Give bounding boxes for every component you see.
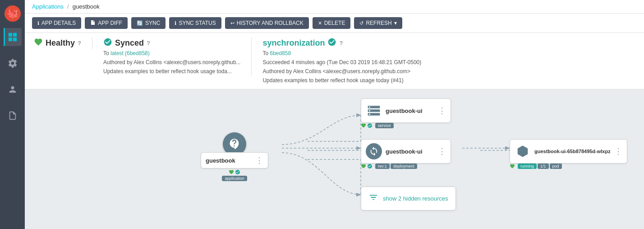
sync-status-button[interactable]: ℹ SYNC STATUS [169,17,221,29]
sync-label: Synced [115,38,144,48]
deploy-icon [366,143,382,159]
guestbook-ui-service-node[interactable]: guestbook-ui ⋮ [361,98,451,123]
sync-detail-message: Updates examples to better reflect hook … [262,76,421,84]
hidden-resources-label: show 2 hidden resources [383,195,448,202]
svg-rect-4 [8,37,12,41]
sync-to: To latest (6bed858) [103,49,240,57]
sidebar-item-applications[interactable] [4,28,22,46]
guestbook-main-node[interactable]: guestbook ⋮ application [201,132,268,181]
guestbook-main-label: guestbook [206,157,253,164]
breadcrumb-current: guestbook [73,3,100,10]
sidebar-item-settings[interactable] [4,54,22,72]
sync-detail-check-icon [327,37,336,48]
guestbook-ui-deploy-badge-rev: rev:1 [375,164,390,169]
pod-badge-count: 1/1 [538,164,549,169]
sync-detail-help-icon[interactable]: ? [339,40,343,47]
sync-check-icon [103,37,112,48]
guestbook-ui-service-health: service [361,123,394,128]
guestbook-ui-pod-node[interactable]: guestbook-ui-65b878495d-wlxpz ⋮ [510,139,627,164]
guestbook-ui-deploy-label: guestbook-ui [386,148,434,155]
sync-detail-timestamp: Succeeded 4 minutes ago (Tue Dec 03 2019… [262,58,421,66]
sync-detail-section: synchronization ? To 6bed858 Succeeded 4… [262,37,432,84]
refresh-icon: ↺ [359,20,363,26]
health-help-icon[interactable]: ? [78,40,81,47]
sync-detail-author: Authored by Alex Collins <alexec@users.n… [262,67,421,75]
sync-icon: 🔄 [137,20,143,26]
sync-title: Synced ? [103,37,240,48]
svg-rect-3 [13,33,16,37]
health-title: Healthy ? [34,37,81,49]
sidebar-item-docs[interactable] [4,107,22,125]
service-icon [366,103,382,119]
diff-icon [90,20,96,26]
history-icon: ↩ [230,20,235,26]
health-label: Healthy [46,38,75,48]
app-diff-button[interactable]: APP DIFF [85,17,128,29]
sync-status-section: Synced ? To latest (6bed858) Authored by… [103,37,252,75]
sidebar-logo: 🐙 [4,5,22,23]
guestbook-ui-deploy-badge: deployment [391,164,417,169]
guestbook-main-health [229,169,240,175]
delete-icon: ✕ [318,20,322,26]
hidden-resources-node[interactable]: show 2 hidden resources [361,187,456,210]
svg-rect-5 [13,37,16,41]
health-status-section: Healthy ? [34,37,92,49]
graph-area: guestbook ⋮ application guestbook-ui ⋮ s… [25,89,644,229]
guestbook-ui-service-badge: service [375,123,394,128]
heart-icon [34,37,43,49]
sidebar-item-user[interactable] [4,80,22,98]
guestbook-main-card[interactable]: guestbook ⋮ [201,152,268,168]
status-bar: Healthy ? Synced ? To latest (6bed858) A… [25,33,644,89]
sync-help-icon[interactable]: ? [147,40,150,47]
info-icon: ℹ [37,20,39,26]
breadcrumb-applications[interactable]: Applications [32,3,64,10]
breadcrumb: Applications / guestbook [25,0,644,14]
guestbook-ui-pod-label: guestbook-ui-65b878495d-wlxpz [534,149,611,154]
delete-button[interactable]: ✕ DELETE [313,17,351,29]
guestbook-ui-pod-menu[interactable]: ⋮ [614,146,622,156]
guestbook-ui-pod-health: running 1/1 pod [510,164,562,169]
sidebar: 🐙 [0,0,25,229]
refresh-dropdown-icon: ▾ [394,20,397,26]
guestbook-ui-deploy-menu[interactable]: ⋮ [438,146,446,156]
svg-rect-2 [8,33,12,37]
sync-detail-commit-link[interactable]: 6bed858 [270,50,291,56]
pod-badge-running: running [518,164,537,169]
guestbook-ui-service-label: guestbook-ui [386,107,434,114]
app-details-button[interactable]: ℹ APP DETAILS [32,17,81,29]
guestbook-main-menu[interactable]: ⋮ [255,155,263,165]
sync-button[interactable]: 🔄 SYNC [131,17,166,29]
guestbook-ui-deploy-health: rev:1 deployment [361,164,417,169]
svg-text:🐙: 🐙 [7,8,18,19]
guestbook-ui-service-menu[interactable]: ⋮ [438,106,446,116]
guestbook-main-badge: application [222,176,247,181]
toolbar: ℹ APP DETAILS APP DIFF 🔄 SYNC ℹ SYNC STA… [25,14,644,33]
sync-message: Updates examples to better reflect hook … [103,67,240,75]
history-rollback-button[interactable]: ↩ HISTORY AND ROLLBACK [225,17,309,29]
filter-icon [368,192,378,205]
pod-badge-type: pod [550,164,562,169]
sync-status-icon: ℹ [175,20,176,26]
sync-detail-label: synchronization [262,38,325,48]
sync-author: Authored by Alex Collins <alexec@users.n… [103,58,240,66]
pod-icon [515,143,531,159]
sync-detail-title: synchronization ? [262,37,421,48]
guestbook-ui-deploy-node[interactable]: guestbook-ui ⋮ [361,139,451,164]
breadcrumb-separator: / [67,3,69,10]
main-content: Applications / guestbook ℹ APP DETAILS A… [25,0,644,229]
sync-detail-to: To 6bed858 [262,49,421,57]
refresh-button[interactable]: ↺ REFRESH ▾ [354,17,402,29]
sync-commit-link[interactable]: latest (6bed858) [110,50,150,56]
